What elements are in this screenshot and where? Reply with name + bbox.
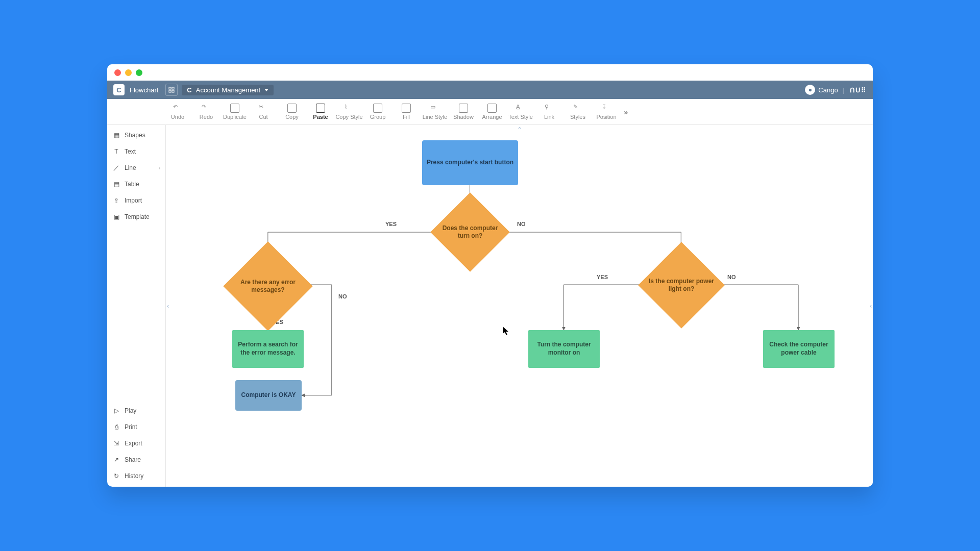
- chevron-down-icon: [264, 89, 268, 91]
- undo-icon: ↶: [173, 104, 182, 113]
- tool-text-style[interactable]: A̲Text Style: [506, 100, 535, 123]
- panel-collapse-left-icon[interactable]: ‹: [167, 303, 169, 310]
- arrange-icon: [487, 104, 497, 113]
- node-action-turn-monitor-on[interactable]: Turn the computer monitor on: [528, 330, 600, 368]
- tool-position[interactable]: ↧Position: [592, 100, 621, 123]
- sidebar-item-table[interactable]: ▤Table: [107, 176, 165, 192]
- node-start[interactable]: Press computer's start button: [422, 140, 518, 185]
- sidebar-item-shapes[interactable]: ▦Shapes: [107, 127, 165, 143]
- link-icon: ⚲: [545, 104, 554, 113]
- tool-shadow[interactable]: Shadow: [449, 100, 478, 123]
- edge-label-yes: YES: [385, 221, 397, 227]
- tool-duplicate[interactable]: Duplicate: [220, 100, 249, 123]
- svg-rect-3: [172, 90, 174, 92]
- project-dropdown[interactable]: C Account Management: [182, 85, 274, 95]
- tool-link[interactable]: ⚲Link: [535, 100, 564, 123]
- tool-undo[interactable]: ↶Undo: [163, 100, 192, 123]
- sidebar-item-print[interactable]: ⎙Print: [107, 419, 165, 435]
- share-icon: ↗: [112, 456, 120, 464]
- window-minimize-icon[interactable]: [125, 69, 132, 76]
- tool-copy-style[interactable]: ⌇Copy Style: [335, 100, 363, 123]
- table-icon: ▤: [112, 180, 120, 188]
- history-icon: ↻: [112, 472, 120, 480]
- titlebar[interactable]: [107, 64, 873, 81]
- template-icon: ▣: [112, 213, 120, 221]
- node-action-check-cable[interactable]: Check the computer power cable: [763, 330, 835, 368]
- edge-label-no: NO: [338, 293, 347, 299]
- paste-icon: [316, 104, 325, 113]
- sidebar-item-text[interactable]: TText: [107, 143, 165, 160]
- duplicate-icon: [230, 104, 239, 113]
- app-bar: C Flowchart C Account Management ● Cango…: [107, 81, 873, 99]
- toolbar: ↶Undo ↷Redo Duplicate ✂Cut Copy Paste ⌇C…: [107, 99, 873, 125]
- text-icon: T: [112, 147, 120, 156]
- app-window: C Flowchart C Account Management ● Cango…: [107, 64, 873, 487]
- node-decision-power-light[interactable]: Is the computer power light on?: [651, 255, 712, 316]
- copy-style-icon: ⌇: [345, 104, 354, 113]
- tool-arrange[interactable]: Arrange: [478, 100, 506, 123]
- sidebar-item-template[interactable]: ▣Template: [107, 209, 165, 225]
- edge-label-no: NO: [727, 274, 736, 280]
- tool-cut[interactable]: ✂Cut: [249, 100, 278, 123]
- canvas[interactable]: ⌃ ‹ ‹: [166, 125, 873, 487]
- mouse-cursor-icon: [503, 327, 509, 336]
- tool-paste[interactable]: Paste: [306, 100, 335, 123]
- sidebar-item-line[interactable]: ／Line›: [107, 160, 165, 176]
- sidebar: ▦Shapes TText ／Line› ▤Table ⇪Import ▣Tem…: [107, 125, 166, 487]
- user-name: Cango: [818, 86, 838, 94]
- user-avatar-icon[interactable]: ●: [805, 85, 815, 95]
- sidebar-item-import[interactable]: ⇪Import: [107, 192, 165, 209]
- sidebar-item-history[interactable]: ↻History: [107, 468, 165, 484]
- tool-group[interactable]: Group: [363, 100, 392, 123]
- redo-icon: ↷: [202, 104, 211, 113]
- tool-styles[interactable]: ✎Styles: [564, 100, 592, 123]
- svg-rect-0: [169, 87, 171, 89]
- line-icon: ／: [112, 164, 120, 172]
- sidebar-item-export[interactable]: ⇲Export: [107, 435, 165, 452]
- window-maximize-icon[interactable]: [136, 69, 142, 76]
- line-style-icon: ▭: [430, 104, 439, 113]
- styles-icon: ✎: [573, 104, 582, 113]
- edge-label-no: NO: [517, 221, 526, 227]
- edge-label-yes: YES: [597, 274, 608, 280]
- svg-rect-2: [169, 90, 171, 92]
- app-logo-icon[interactable]: C: [113, 84, 125, 95]
- node-end-ok[interactable]: Computer is OKAY: [235, 380, 302, 411]
- canvas-grid-icon[interactable]: [165, 84, 178, 96]
- brand-logo: ᑎᑌ⠿: [850, 86, 867, 94]
- copy-icon: [287, 104, 297, 113]
- play-icon: ▷: [112, 407, 120, 415]
- project-name: Account Management: [196, 86, 260, 94]
- node-decision-error-messages[interactable]: Are there any error messages?: [236, 255, 300, 318]
- export-icon: ⇲: [112, 439, 120, 447]
- toolbar-overflow-icon[interactable]: »: [624, 108, 628, 116]
- window-close-icon[interactable]: [114, 69, 121, 76]
- shapes-icon: ▦: [112, 131, 120, 139]
- sidebar-item-play[interactable]: ▷Play: [107, 403, 165, 419]
- svg-rect-1: [172, 87, 174, 89]
- import-icon: ⇪: [112, 196, 120, 205]
- app-title: Flowchart: [130, 86, 158, 94]
- position-icon: ↧: [602, 104, 611, 113]
- panel-collapse-right-icon[interactable]: ‹: [870, 303, 872, 310]
- tool-copy[interactable]: Copy: [278, 100, 306, 123]
- shadow-icon: [459, 104, 468, 113]
- group-icon: [373, 104, 382, 113]
- cut-icon: ✂: [259, 104, 268, 113]
- node-decision-turn-on[interactable]: Does the computer turn on?: [442, 204, 498, 260]
- tool-fill[interactable]: Fill: [392, 100, 421, 123]
- sidebar-item-share[interactable]: ↗Share: [107, 452, 165, 468]
- chevron-right-icon: ›: [159, 165, 160, 171]
- node-action-search-error[interactable]: Perform a search for the error message.: [232, 330, 304, 368]
- panel-collapse-top-icon[interactable]: ⌃: [517, 126, 522, 133]
- fill-icon: [402, 104, 411, 113]
- tool-redo[interactable]: ↷Redo: [192, 100, 220, 123]
- text-style-icon: A̲: [516, 104, 525, 113]
- print-icon: ⎙: [112, 423, 120, 431]
- tool-line-style[interactable]: ▭Line Style: [421, 100, 449, 123]
